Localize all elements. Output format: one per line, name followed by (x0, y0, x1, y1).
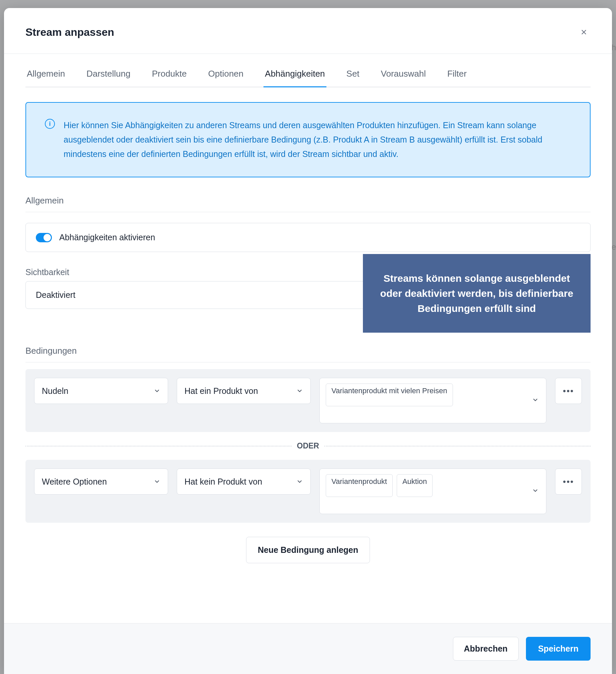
section-title-general: Allgemein (25, 195, 591, 212)
modal-header: Stream anpassen (4, 8, 612, 54)
modal-dialog: Stream anpassen Allgemein Darstellung Pr… (4, 8, 612, 674)
tab-filter[interactable]: Filter (446, 69, 468, 87)
toggle-label: Abhängigkeiten aktivieren (59, 233, 155, 242)
modal-title: Stream anpassen (25, 26, 114, 38)
product-tag: Variantenprodukt (326, 474, 393, 497)
chevron-down-icon (532, 487, 539, 494)
visibility-label: Sichtbarkeit (25, 267, 69, 277)
condition-products-select[interactable]: Variantenprodukt Auktion (319, 469, 546, 514)
tab-produkte[interactable]: Produkte (151, 69, 188, 87)
divider-line (324, 446, 591, 446)
visibility-value: Deaktiviert (36, 290, 75, 300)
tab-optionen[interactable]: Optionen (207, 69, 245, 87)
condition-operator-select[interactable]: Hat kein Produkt von (177, 469, 311, 495)
or-divider: ODER (25, 441, 591, 450)
tab-allgemein[interactable]: Allgemein (25, 69, 66, 87)
info-banner: i Hier können Sie Abhängigkeiten zu ande… (25, 102, 591, 177)
condition-products-select[interactable]: Variantenprodukt mit vielen Preisen (319, 378, 546, 423)
condition-operator-select[interactable]: Hat ein Produkt von (177, 378, 311, 404)
close-icon (580, 28, 588, 36)
dots-icon: ••• (563, 386, 574, 396)
section-title-conditions: Bedingungen (25, 346, 591, 362)
dots-icon: ••• (563, 477, 574, 487)
chevron-down-icon (296, 478, 303, 485)
condition-operator-value: Hat ein Produkt von (184, 386, 258, 396)
modal-body: Allgemein Darstellung Produkte Optionen … (4, 54, 612, 623)
condition-stream-select[interactable]: Nudeln (34, 378, 168, 404)
info-icon: i (45, 119, 55, 129)
tab-darstellung[interactable]: Darstellung (85, 69, 132, 87)
product-tag: Auktion (397, 474, 433, 497)
chevron-down-icon (296, 388, 303, 394)
condition-row: Nudeln Hat ein Produkt von Variantenprod… (25, 369, 591, 432)
close-button[interactable] (577, 25, 591, 39)
condition-actions-button[interactable]: ••• (555, 378, 582, 404)
toggle-dependencies-active[interactable] (36, 233, 52, 242)
tab-abhaengigkeiten[interactable]: Abhängigkeiten (263, 69, 326, 87)
modal-footer: Abbrechen Speichern (4, 623, 612, 674)
tab-bar: Allgemein Darstellung Produkte Optionen … (25, 69, 591, 87)
condition-stream-select[interactable]: Weitere Optionen (34, 469, 168, 495)
tab-vorauswahl[interactable]: Vorauswahl (380, 69, 427, 87)
annotation-callout: Streams können solange ausgeblendet oder… (363, 254, 591, 333)
chevron-down-icon (154, 388, 160, 394)
or-label: ODER (297, 441, 319, 450)
product-tag: Variantenprodukt mit vielen Preisen (326, 384, 453, 406)
toggle-row-dependencies: Abhängigkeiten aktivieren (25, 223, 591, 252)
condition-stream-value: Weitere Optionen (42, 477, 107, 487)
condition-operator-value: Hat kein Produkt von (184, 477, 262, 487)
chevron-down-icon (154, 478, 160, 485)
condition-actions-button[interactable]: ••• (555, 469, 582, 495)
new-condition-button[interactable]: Neue Bedingung anlegen (246, 537, 370, 563)
tab-set[interactable]: Set (345, 69, 361, 87)
chevron-down-icon (532, 397, 539, 403)
save-button[interactable]: Speichern (526, 637, 591, 661)
cancel-button[interactable]: Abbrechen (453, 637, 519, 661)
condition-stream-value: Nudeln (42, 386, 68, 396)
info-text: Hier können Sie Abhängigkeiten zu andere… (64, 118, 571, 161)
conditions-container: Nudeln Hat ein Produkt von Variantenprod… (25, 369, 591, 523)
condition-row: Weitere Optionen Hat kein Produkt von Va… (25, 460, 591, 523)
divider-line (25, 446, 292, 446)
